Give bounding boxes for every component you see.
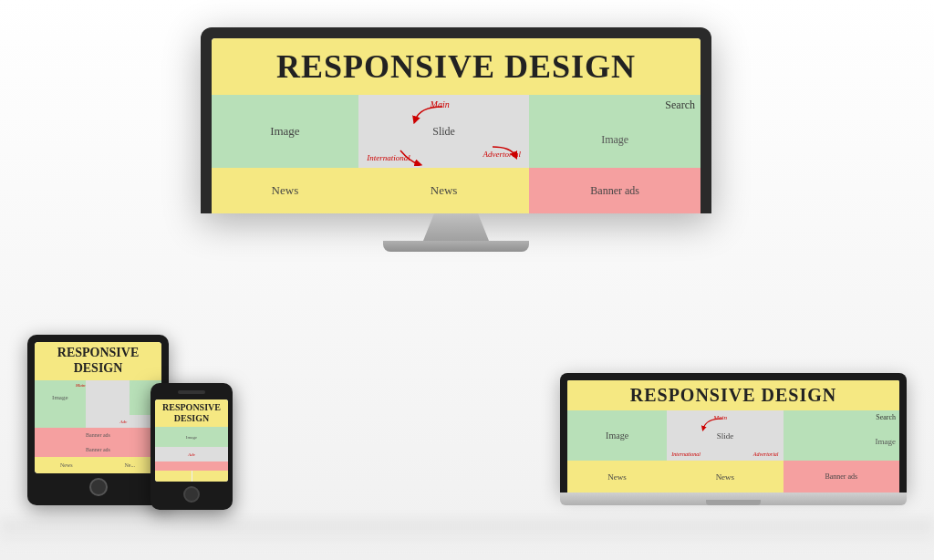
desktop-content: Image Slide Main: [212, 95, 700, 213]
tablet-gray-cell: [86, 380, 130, 415]
monitor-base: [383, 241, 529, 252]
laptop-image-right: Image: [876, 421, 897, 461]
phone-news-left: [155, 471, 192, 482]
laptop-screen: RESPONSIVE DESIGN Image Slide Main: [567, 380, 899, 493]
desktop-row2: News News Banner ads: [212, 168, 700, 213]
phone-title: RESPONSIVE DESIGN: [157, 402, 226, 424]
tablet-header: RESPONSIVE DESIGN: [35, 342, 161, 380]
international-arrow: [396, 148, 423, 166]
phone-news-right: [192, 471, 229, 482]
phone-pink-cell: [155, 461, 228, 471]
desktop-header: RESPONSIVE DESIGN: [212, 38, 700, 95]
tablet-news1-cell: News: [35, 457, 99, 473]
laptop-advertorial-label: Advertorial: [753, 451, 779, 457]
laptop-image-cell: Image: [567, 410, 667, 461]
phone-adv-cell: Adv: [155, 447, 228, 461]
desktop-right-cell: Search Image: [529, 95, 700, 168]
laptop-row2: News News Banner ads: [567, 461, 899, 493]
phone-screen: RESPONSIVE DESIGN Image Adv: [155, 399, 228, 482]
main-arrow: [406, 102, 451, 125]
tablet-row2: News Ne...: [35, 457, 161, 473]
phone-header: RESPONSIVE DESIGN: [155, 399, 228, 427]
laptop-mockup: RESPONSIVE DESIGN Image Slide Main: [567, 380, 899, 493]
tablet-frame: RESPONSIVE DESIGN Image Main: [27, 335, 169, 505]
laptop-slide-cell: Slide Main Advertorial International: [667, 410, 783, 461]
laptop-search-label: Search: [876, 413, 896, 421]
phone-content: Image Adv: [155, 427, 228, 482]
desktop-image-right: Image: [534, 112, 695, 168]
laptop-screen-frame: RESPONSIVE DESIGN Image Slide Main: [560, 373, 907, 493]
laptop-title: RESPONSIVE DESIGN: [573, 385, 894, 406]
phone-home-button: [183, 486, 200, 503]
advertorial-arrow: [488, 142, 524, 161]
tablet: RESPONSIVE DESIGN Image Main: [27, 335, 169, 505]
laptop-news2-cell: News: [667, 461, 783, 493]
laptop-row1: Image Slide Main Advertorial Inter: [567, 410, 899, 461]
desktop-banner-cell: Banner ads: [529, 168, 700, 213]
laptop-header: RESPONSIVE DESIGN: [567, 380, 899, 410]
phone-speaker: [178, 390, 205, 394]
laptop-base: [560, 493, 907, 505]
tablet-banner1-cell: Banner ads: [35, 428, 161, 442]
tablet-row-adv: Adv: [35, 415, 161, 428]
laptop-banner-cell: Banner ads: [784, 461, 899, 493]
tablet-content: Image Main Adv: [35, 380, 161, 473]
tablet-image-cell: Image Main: [35, 380, 86, 415]
desktop-title: RESPONSIVE DESIGN: [219, 47, 693, 86]
scene: RESPONSIVE DESIGN Image Slide M: [0, 0, 934, 560]
tablet-banner2-cell: Banner ads: [35, 442, 161, 457]
laptop-main-arrow: [697, 416, 729, 432]
laptop-right-cell: Search Image: [784, 410, 899, 461]
monitor-stand: [420, 213, 493, 241]
desktop-news1-cell: News: [212, 168, 358, 213]
tablet-main-label: Main: [76, 383, 86, 388]
monitor-screen: RESPONSIVE DESIGN Image Slide M: [212, 38, 700, 213]
phone-frame: RESPONSIVE DESIGN Image Adv: [150, 383, 233, 510]
desktop-monitor: RESPONSIVE DESIGN Image Slide M: [201, 27, 711, 252]
laptop-news1-cell: News: [567, 461, 667, 493]
desktop-slide-cell: Slide Main Advertorial: [358, 95, 530, 168]
desktop-image-cell: Image: [212, 95, 358, 168]
tablet-screen: RESPONSIVE DESIGN Image Main: [35, 342, 161, 473]
laptop-content: Image Slide Main Advertorial Inter: [567, 410, 899, 493]
phone-image-cell: Image: [155, 427, 228, 447]
laptop: RESPONSIVE DESIGN Image Slide Main: [560, 373, 907, 505]
phone-news-row: [155, 471, 228, 482]
phone: RESPONSIVE DESIGN Image Adv: [150, 383, 233, 510]
desktop-mockup: RESPONSIVE DESIGN Image Slide M: [212, 38, 700, 213]
monitor-frame: RESPONSIVE DESIGN Image Slide M: [201, 27, 711, 213]
tablet-row1: Image Main: [35, 380, 161, 415]
ground-reflection: [0, 519, 934, 546]
tablet-title: RESPONSIVE DESIGN: [37, 346, 159, 377]
search-label: Search: [665, 99, 695, 112]
laptop-international-label: International: [671, 451, 700, 457]
desktop-news2-cell: News: [358, 168, 530, 213]
desktop-row1: Image Slide Main: [212, 95, 700, 168]
tablet-home-button: [89, 478, 108, 496]
